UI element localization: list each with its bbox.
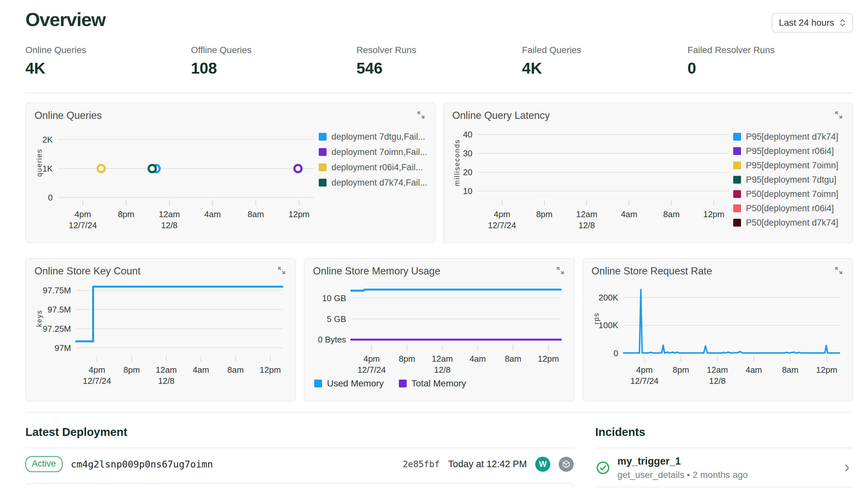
svg-text:12am: 12am	[159, 209, 180, 219]
svg-text:5 GB: 5 GB	[327, 314, 346, 324]
legend-swatch	[319, 179, 327, 187]
legend-label: P50[deployment r06i4]	[746, 203, 834, 213]
legend-item[interactable]: Used Memory	[314, 378, 383, 389]
svg-text:4am: 4am	[746, 365, 762, 375]
latest-deployment-section: Latest Deployment Active cm4g2lsnp009p0n…	[25, 426, 574, 488]
legend-item[interactable]: Total Memory	[399, 378, 466, 389]
legend-swatch	[733, 147, 741, 155]
legend-item[interactable]: P50[deployment d7k74]	[733, 217, 844, 228]
incidents-section: Incidents my_trigger_1 get_user_details …	[595, 426, 853, 488]
legend-label: Used Memory	[327, 378, 383, 389]
section-divider	[25, 412, 853, 412]
svg-text:12pm: 12pm	[816, 365, 837, 375]
svg-text:8am: 8am	[227, 365, 244, 375]
expand-button[interactable]	[277, 265, 287, 277]
svg-text:12/7/24: 12/7/24	[83, 376, 111, 386]
legend-swatch	[319, 164, 327, 171]
svg-text:12am: 12am	[576, 209, 598, 219]
expand-button[interactable]	[834, 110, 844, 121]
stats-row: Online Queries 4K Offline Queries 108 Re…	[25, 45, 853, 77]
legend-swatch	[733, 205, 741, 212]
legend-label: deployment 7oimn,Fail...	[331, 147, 427, 157]
svg-text:12/8: 12/8	[161, 220, 178, 230]
svg-text:12am: 12am	[432, 354, 453, 364]
online-query-latency-chart[interactable]: 102030404pm12/7/248pm12am12/84am8am12pmm…	[452, 123, 733, 230]
legend-item[interactable]: deployment d7k74,Fail...	[319, 177, 426, 188]
legend-item[interactable]: P95[deployment r06i4]	[733, 146, 844, 157]
charts-row-1: Online Queries 01K2K4pm12/7/248pm12am12/…	[25, 103, 853, 243]
deployment-id: cm4g2lsnp009p0ns67ug7oimn	[71, 459, 213, 470]
legend-label: P95[deployment 7oimn]	[746, 160, 838, 170]
legend-swatch	[314, 379, 322, 387]
svg-text:200K: 200K	[598, 293, 618, 302]
time-range-select[interactable]: Last 24 hours	[772, 13, 853, 33]
stat-label: Offline Queries	[191, 45, 356, 55]
legend-label: deployment d7k74,Fail...	[331, 178, 427, 188]
legend-label: P50[deployment d7k74]	[746, 218, 838, 228]
panel-request-rate: Online Store Request Rate 0100K200K4pm12…	[582, 258, 853, 401]
svg-text:0 Bytes: 0 Bytes	[318, 335, 347, 344]
incident-item[interactable]: my_trigger_1 get_user_details • 2 months…	[595, 448, 853, 487]
legend-swatch	[733, 190, 741, 198]
deployment-time: Today at 12:42 PM	[448, 459, 527, 469]
stat-value: 546	[356, 59, 522, 77]
svg-text:4am: 4am	[621, 209, 638, 219]
legend-item[interactable]: P50[deployment 7oimn]	[733, 188, 844, 200]
legend-swatch	[319, 133, 327, 140]
panel-online-queries: Online Queries 01K2K4pm12/7/248pm12am12/…	[25, 103, 435, 243]
stat-label: Resolver Runs	[356, 45, 522, 55]
legend-label: P95[deployment d7k74]	[746, 132, 838, 142]
svg-text:4am: 4am	[205, 209, 221, 219]
svg-text:8am: 8am	[505, 354, 521, 364]
legend-label: P50[deployment 7oimn]	[746, 189, 838, 199]
svg-text:8am: 8am	[782, 365, 799, 375]
svg-text:12/8: 12/8	[434, 365, 451, 375]
svg-text:4pm: 4pm	[364, 354, 380, 364]
request-rate-chart[interactable]: 0100K200K4pm12/7/248pm12am12/84am8am12pm…	[591, 278, 844, 386]
expand-button[interactable]	[555, 265, 566, 277]
svg-text:30: 30	[463, 148, 473, 158]
svg-text:12/7/24: 12/7/24	[69, 220, 97, 230]
panel-key-count: Online Store Key Count 97M97.25M97.5M97.…	[25, 258, 296, 401]
panel-title: Online Store Request Rate	[591, 265, 712, 277]
svg-text:8pm: 8pm	[399, 354, 415, 364]
legend-label: deployment r06i4,Fail...	[331, 163, 423, 172]
deployment-row[interactable]: Active cm4g2lsnp009p0ns67ug7oimn 2e85fbf…	[25, 448, 574, 479]
commit-hash: 2e85fbf	[403, 459, 440, 469]
expand-button[interactable]	[416, 110, 426, 121]
legend-item[interactable]: P50[deployment r06i4]	[733, 203, 844, 214]
legend-item[interactable]: P95[deployment 7dtgu]	[733, 174, 844, 185]
page-title: Overview	[25, 9, 105, 30]
expand-button[interactable]	[834, 265, 844, 277]
legend-item[interactable]: P95[deployment 7oimn]	[733, 160, 844, 171]
svg-text:97.75M: 97.75M	[43, 285, 71, 295]
svg-text:12pm: 12pm	[288, 209, 310, 219]
chevron-right-icon[interactable]	[843, 462, 852, 473]
bottom-section: Latest Deployment Active cm4g2lsnp009p0n…	[25, 426, 853, 488]
online-queries-legend: deployment 7dtgu,Fail...deployment 7oimn…	[319, 123, 426, 230]
legend-label: P95[deployment r06i4]	[746, 146, 834, 156]
stat-value: 108	[191, 59, 356, 77]
svg-text:12pm: 12pm	[703, 209, 724, 219]
legend-item[interactable]: deployment 7dtgu,Fail...	[319, 131, 426, 142]
legend-swatch	[733, 219, 741, 227]
expand-icon	[416, 111, 425, 119]
legend-item[interactable]: deployment r06i4,Fail...	[319, 162, 426, 173]
memory-usage-chart[interactable]: 0 Bytes5 GB10 GB4pm12/7/248pm12am12/84am…	[313, 278, 565, 375]
package-icon	[562, 460, 571, 469]
svg-text:rps: rps	[592, 313, 600, 325]
stat-card: Failed Queries 4K	[522, 45, 687, 77]
online-queries-chart[interactable]: 01K2K4pm12/7/248pm12am12/84am8am12pmquer…	[34, 123, 319, 230]
legend-item[interactable]: P95[deployment d7k74]	[733, 131, 844, 142]
svg-text:4am: 4am	[193, 365, 209, 375]
online-query-latency-legend: P95[deployment d7k74]P95[deployment r06i…	[733, 123, 844, 231]
chevron-up-down-icon	[839, 18, 846, 28]
svg-text:12pm: 12pm	[538, 354, 559, 364]
legend-label: Total Memory	[412, 378, 466, 389]
incident-detail: get_user_details • 2 months ago	[617, 470, 748, 480]
svg-text:2K: 2K	[42, 135, 53, 145]
header: Overview Last 24 hours	[25, 9, 853, 33]
legend-swatch	[399, 379, 407, 387]
key-count-chart[interactable]: 97M97.25M97.5M97.75M4pm12/7/248pm12am12/…	[34, 278, 287, 386]
legend-item[interactable]: deployment 7oimn,Fail...	[319, 146, 426, 158]
